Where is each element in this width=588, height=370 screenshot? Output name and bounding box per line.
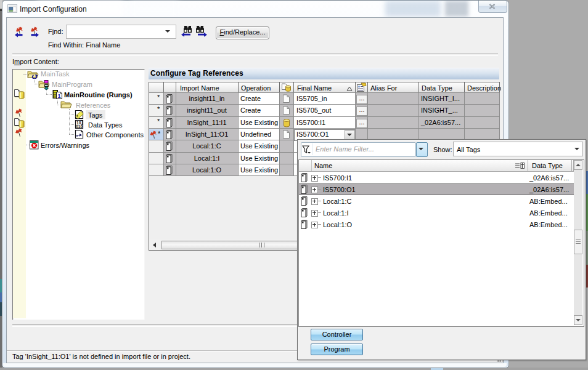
- svg-text:1: 1: [57, 93, 60, 99]
- svg-text:010: 010: [76, 124, 83, 129]
